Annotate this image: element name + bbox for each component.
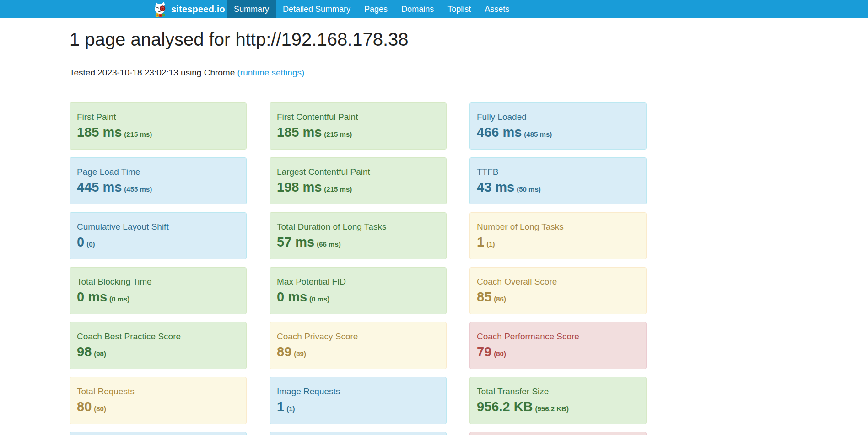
metric-card-coach-best-practice-score: Coach Best Practice Score 98(98) <box>70 322 247 369</box>
metric-label: Total Duration of Long Tasks <box>277 222 439 232</box>
nav-tabs: SummaryDetailed SummaryPagesDomainsTopli… <box>227 0 516 18</box>
metric-subvalue: (98) <box>94 350 106 358</box>
metric-value: 466 ms <box>477 125 522 140</box>
metric-subvalue: (80) <box>494 350 506 358</box>
metric-label: Page Load Time <box>77 167 239 177</box>
metric-label: Total Blocking Time <box>77 277 239 287</box>
metric-valueline: 80(80) <box>77 399 239 414</box>
page-title: 1 page analysed for http://192.168.178.3… <box>70 29 647 49</box>
main-content: 1 page analysed for http://192.168.178.3… <box>70 29 647 435</box>
runtime-settings-link[interactable]: (runtime settings). <box>237 68 307 77</box>
metric-value: 0 <box>77 235 84 249</box>
metric-label: Cumulative Layout Shift <box>77 222 239 232</box>
metric-card-number-of-long-tasks: Number of Long Tasks 1(1) <box>469 212 647 259</box>
tab-label: Domains <box>401 5 434 14</box>
tab-label: Detailed Summary <box>283 5 350 14</box>
metric-value: 98 <box>77 344 92 359</box>
metric-label: Max Potential FID <box>277 277 439 287</box>
metric-value: 0 ms <box>77 290 107 304</box>
sitespeed-mascot-icon <box>152 2 168 17</box>
metric-subvalue: (215 ms) <box>324 185 352 193</box>
metric-valueline: 0 ms(0 ms) <box>277 290 439 305</box>
metric-valueline: 466 ms(485 ms) <box>477 125 639 140</box>
metric-subvalue: (86) <box>494 295 506 303</box>
metric-card-partial <box>270 432 447 435</box>
tab-pages[interactable]: Pages <box>357 0 394 18</box>
metric-card-partial <box>70 432 247 435</box>
tab-label: Toplist <box>447 5 471 14</box>
metric-value: 80 <box>77 399 92 414</box>
metric-card-total-requests: Total Requests 80(80) <box>70 377 247 424</box>
metric-subvalue: (0 ms) <box>109 295 129 303</box>
tab-label: Summary <box>234 5 269 14</box>
metric-value: 198 ms <box>277 180 322 194</box>
metric-label: Coach Privacy Score <box>277 332 439 342</box>
metric-card-fully-loaded: Fully Loaded 466 ms(485 ms) <box>469 102 647 150</box>
metric-card-coach-performance-score: Coach Performance Score 79(80) <box>469 322 647 369</box>
metric-value: 57 ms <box>277 235 314 249</box>
navbar-inner: sitespeed.io SummaryDetailed SummaryPage… <box>152 0 516 18</box>
tested-line: Tested 2023-10-18 23:02:13 using Chrome … <box>70 68 647 78</box>
metric-value: 185 ms <box>277 125 322 140</box>
tab-detailed-summary[interactable]: Detailed Summary <box>276 0 357 18</box>
metric-card-first-contentful-paint: First Contentful Paint 185 ms(215 ms) <box>270 102 447 150</box>
metric-subvalue: (215 ms) <box>124 130 152 138</box>
metric-valueline: 185 ms(215 ms) <box>277 125 439 140</box>
metric-subvalue: (455 ms) <box>124 185 152 193</box>
tab-label: Assets <box>485 5 509 14</box>
metric-card-max-potential-fid: Max Potential FID 0 ms(0 ms) <box>270 267 447 314</box>
metric-label: Image Requests <box>277 387 439 397</box>
metric-valueline: 98(98) <box>77 344 239 360</box>
metric-label: First Contentful Paint <box>277 112 439 123</box>
metric-card-cumulative-layout-shift: Cumulative Layout Shift 0(0) <box>70 212 247 259</box>
metric-label: Total Transfer Size <box>477 387 639 397</box>
metric-subvalue: (485 ms) <box>524 130 552 138</box>
metric-subvalue: (215 ms) <box>324 130 352 138</box>
metric-card-image-requests: Image Requests 1(1) <box>270 377 447 424</box>
metric-subvalue: (0 ms) <box>309 295 329 303</box>
metric-valueline: 57 ms(66 ms) <box>277 235 439 250</box>
metric-label: Coach Best Practice Score <box>77 332 239 342</box>
metric-value: 85 <box>477 290 491 304</box>
metric-valueline: 85(86) <box>477 290 639 305</box>
metric-subvalue: (0) <box>86 240 95 248</box>
metric-value: 185 ms <box>77 125 122 140</box>
top-navbar: sitespeed.io SummaryDetailed SummaryPage… <box>0 0 868 18</box>
metric-label: Coach Performance Score <box>477 332 639 342</box>
metric-label: Fully Loaded <box>477 112 639 123</box>
metric-valueline: 185 ms(215 ms) <box>77 125 239 140</box>
metric-value: 43 ms <box>477 180 514 194</box>
tab-domains[interactable]: Domains <box>394 0 441 18</box>
metric-valueline: 1(1) <box>477 235 639 250</box>
tab-toplist[interactable]: Toplist <box>441 0 478 18</box>
metric-card-total-transfer-size: Total Transfer Size 956.2 KB(956.2 KB) <box>469 377 647 424</box>
tab-assets[interactable]: Assets <box>478 0 516 18</box>
metrics-grid: First Paint 185 ms(215 ms) First Content… <box>70 102 647 435</box>
tab-summary[interactable]: Summary <box>227 0 276 18</box>
metric-valueline: 198 ms(215 ms) <box>277 180 439 195</box>
metric-valueline: 956.2 KB(956.2 KB) <box>477 399 639 414</box>
metric-label: Total Requests <box>77 387 239 397</box>
metric-value: 445 ms <box>77 180 122 194</box>
brand-link[interactable]: sitespeed.io <box>152 0 227 18</box>
metric-label: First Paint <box>77 112 239 123</box>
metric-subvalue: (956.2 KB) <box>535 405 569 413</box>
metric-value: 1 <box>277 399 284 414</box>
brand-text: sitespeed.io <box>171 4 225 15</box>
metric-subvalue: (50 ms) <box>517 185 541 193</box>
metric-card-coach-privacy-score: Coach Privacy Score 89(89) <box>270 322 447 369</box>
metric-card-partial <box>469 432 647 435</box>
metric-subvalue: (66 ms) <box>317 240 341 248</box>
metric-card-ttfb: TTFB 43 ms(50 ms) <box>469 157 647 204</box>
metric-valueline: 43 ms(50 ms) <box>477 180 639 195</box>
metric-valueline: 79(80) <box>477 344 639 360</box>
metric-value: 79 <box>477 344 491 359</box>
metric-label: TTFB <box>477 167 639 177</box>
metric-value: 1 <box>477 235 484 249</box>
metric-card-page-load-time: Page Load Time 445 ms(455 ms) <box>70 157 247 204</box>
metric-valueline: 0(0) <box>77 235 239 250</box>
metric-card-total-duration-of-long-tasks: Total Duration of Long Tasks 57 ms(66 ms… <box>270 212 447 259</box>
metric-subvalue: (89) <box>294 350 306 358</box>
metric-valueline: 0 ms(0 ms) <box>77 290 239 305</box>
metric-card-first-paint: First Paint 185 ms(215 ms) <box>70 102 247 150</box>
